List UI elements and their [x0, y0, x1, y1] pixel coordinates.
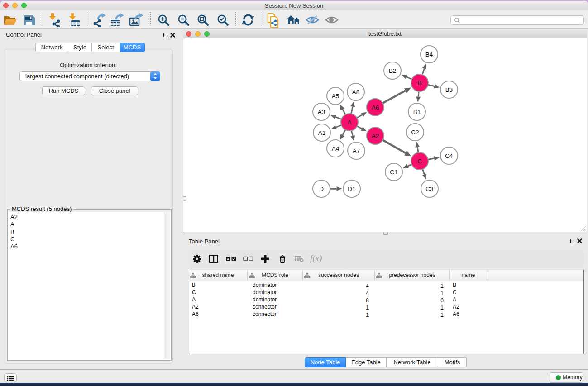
- svg-text:D1: D1: [348, 186, 355, 192]
- svg-text:B3: B3: [445, 86, 453, 93]
- svg-text:A8: A8: [352, 89, 360, 95]
- svg-text:B2: B2: [389, 67, 397, 74]
- svg-text:A7: A7: [353, 148, 360, 154]
- svg-text:C4: C4: [445, 152, 453, 159]
- svg-text:C: C: [417, 158, 422, 165]
- svg-text:A6: A6: [372, 104, 379, 111]
- svg-text:A: A: [347, 119, 351, 126]
- svg-text:C2: C2: [411, 129, 419, 136]
- svg-text:A4: A4: [332, 145, 339, 152]
- svg-text:A3: A3: [318, 109, 325, 115]
- svg-text:D: D: [319, 186, 324, 192]
- svg-text:A5: A5: [332, 93, 339, 100]
- svg-text:A2: A2: [372, 133, 379, 139]
- svg-text:B4: B4: [425, 51, 433, 58]
- svg-text:B: B: [417, 80, 421, 86]
- svg-text:C1: C1: [390, 169, 397, 176]
- svg-text:A1: A1: [318, 129, 326, 136]
- svg-text:B1: B1: [413, 109, 421, 115]
- svg-text:C3: C3: [425, 186, 433, 192]
